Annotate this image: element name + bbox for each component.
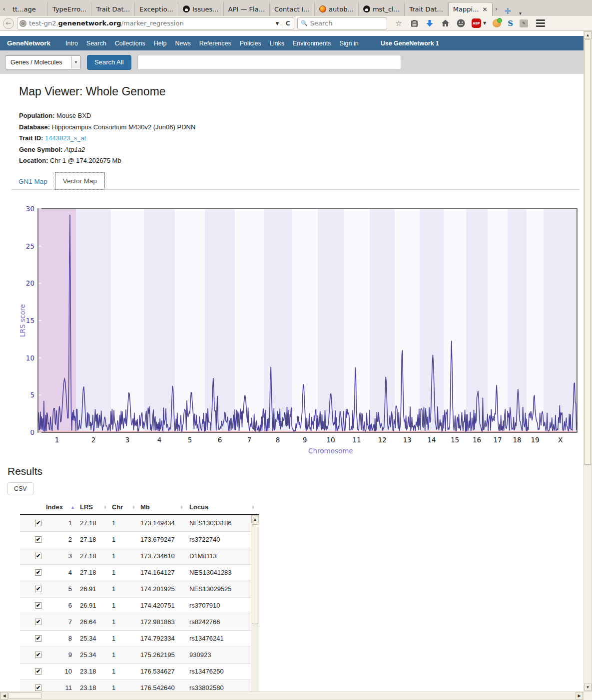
nav-item-links[interactable]: Links [270, 40, 284, 47]
table-scroll-thumb[interactable] [252, 524, 258, 624]
browser-tab-3[interactable]: Trait Dat... [91, 2, 135, 16]
menu-icon[interactable] [536, 19, 545, 27]
adblock-plus-icon[interactable]: ABP [472, 18, 481, 28]
row-checkbox[interactable]: ✔ [35, 520, 41, 526]
row-checkbox[interactable]: ✔ [35, 652, 41, 658]
nav-item-references[interactable]: References [199, 40, 231, 47]
nav-item-intro[interactable]: Intro [65, 40, 78, 47]
table-row[interactable]: ✔925.341175.262195930923 [20, 647, 259, 664]
row-checkbox[interactable]: ✔ [35, 635, 41, 642]
genome-scan-chart[interactable]: 0510152025301234567891011121314151617181… [20, 206, 584, 457]
info-value[interactable]: 1443823_s_at [45, 134, 86, 142]
browser-tab-2[interactable]: TypeErro... [48, 2, 91, 16]
table-row[interactable]: ✔825.341174.792334rs13476241 [20, 631, 259, 647]
sort-icon[interactable]: ▲▼ [180, 505, 183, 509]
browser-tab-9[interactable]: mst_cl... [359, 2, 405, 16]
sort-ascending-icon[interactable]: ▲ [70, 505, 75, 510]
search-category-select[interactable]: Genes / Molecules ▼ [5, 55, 81, 69]
table-row[interactable]: ✔1123.181176.542640rs33802580 [20, 680, 259, 692]
row-checkbox[interactable]: ✔ [35, 569, 41, 576]
nav-item-help[interactable]: Help [154, 40, 167, 47]
new-tab-button[interactable]: ✛ [501, 6, 515, 16]
nav-item-news[interactable]: News [175, 40, 191, 47]
sort-icon[interactable]: ▲▼ [251, 505, 255, 509]
nav-item-policies[interactable]: Policies [240, 40, 261, 47]
csv-export-button[interactable]: CSV [7, 482, 33, 495]
browser-search-field[interactable]: 🔍 Search [297, 17, 387, 29]
lrs-plot-svg[interactable]: 0510152025301234567891011121314151617181… [20, 206, 581, 455]
table-row[interactable]: ✔127.181173.149434NES13033186 [20, 515, 259, 532]
page-horizontal-scrollbar[interactable]: ◀ ▶ [0, 692, 584, 700]
column-header-index[interactable]: Index▲ [46, 503, 79, 511]
table-row[interactable]: ✔526.911174.201925NES13029525 [20, 581, 259, 598]
page-title: Map Viewer: Whole Genome [19, 85, 584, 98]
browser-tab-1[interactable]: tt...age [8, 2, 48, 16]
page-scroll-thumb[interactable] [585, 39, 591, 465]
tab-close-icon[interactable]: ✕ [482, 6, 487, 13]
nav-item-search[interactable]: Search [86, 40, 106, 47]
table-row[interactable]: ✔626.911174.420751rs3707910 [20, 598, 259, 614]
nav-item-sign-in[interactable]: Sign in [339, 40, 358, 47]
table-scroll-up-icon[interactable]: ▲ [251, 516, 259, 523]
bookmark-star-icon[interactable]: ☆ [394, 19, 403, 28]
use-genenetwork1-link[interactable]: Use GeneNetwork 1 [381, 40, 439, 47]
table-row[interactable]: ✔1023.181176.534627rs13476250 [20, 664, 259, 680]
browser-tab-6[interactable]: API — Fla... [224, 2, 270, 16]
browser-tab-5[interactable]: Issues... [178, 2, 224, 16]
table-row[interactable]: ✔427.181174.164127NES13041283 [20, 565, 259, 581]
table-scrollbar[interactable]: ▲ [251, 515, 259, 692]
table-row[interactable]: ✔726.641172.981863rs8242766 [20, 614, 259, 631]
nav-item-collections[interactable]: Collections [115, 40, 145, 47]
page-hscroll-thumb[interactable] [8, 693, 41, 699]
row-checkbox[interactable]: ✔ [35, 602, 41, 609]
browser-tab-7[interactable]: Contact I... [270, 2, 315, 16]
table-row[interactable]: ✔327.181173.734610D1Mit113 [20, 548, 259, 565]
row-checkbox[interactable]: ✔ [35, 668, 41, 675]
map-tab-vector-map[interactable]: Vector Map [55, 172, 105, 190]
nav-item-environments[interactable]: Environments [293, 40, 331, 47]
page-vertical-scrollbar[interactable]: ▲ ▼ [584, 31, 592, 692]
row-checkbox[interactable]: ✔ [35, 619, 41, 625]
browser-tab-11[interactable]: Mappi...✕ [448, 2, 493, 16]
download-icon[interactable] [425, 19, 434, 28]
note-editor-icon[interactable]: ✎ [520, 19, 528, 27]
browser-tab-8[interactable]: autob... [315, 2, 359, 16]
row-checkbox[interactable]: ✔ [35, 586, 41, 592]
adblock-caret-icon[interactable]: ▼ [483, 21, 486, 25]
addon-cookie-icon[interactable] [493, 19, 501, 27]
sort-icon[interactable]: ▲▼ [132, 505, 135, 509]
row-checkbox[interactable]: ✔ [35, 553, 41, 559]
map-tab-gn1-map[interactable]: GN1 Map [11, 173, 55, 190]
page-scroll-right-icon[interactable]: ▶ [576, 692, 583, 700]
skype-icon[interactable]: S [508, 19, 513, 28]
column-header-mb[interactable]: Mb▲▼ [139, 503, 187, 511]
column-header-locus[interactable]: Locus▲▼ [187, 503, 259, 511]
row-checkbox[interactable]: ✔ [35, 685, 41, 691]
table-row[interactable]: ✔227.181173.679247rs3722740 [20, 532, 259, 548]
page-scroll-up-icon[interactable]: ▲ [584, 31, 592, 39]
url-text[interactable]: test-gn2.genenetwork.org/marker_regressi… [29, 19, 271, 27]
select-dropdown-icon[interactable]: ▼ [71, 56, 80, 68]
tab-scroll-right-icon[interactable]: › [493, 1, 501, 16]
tab-list-dropdown-icon[interactable]: ▾ [515, 10, 526, 16]
feedback-smiley-icon[interactable] [456, 19, 465, 28]
page-scroll-down-icon[interactable]: ▼ [584, 684, 592, 691]
brand-genenetwork[interactable]: GeneNetwork [7, 39, 50, 47]
reload-icon[interactable]: C [284, 19, 292, 27]
page-scroll-left-icon[interactable]: ◀ [0, 692, 8, 700]
bookmarks-clipboard-icon[interactable] [410, 19, 419, 28]
quick-search-input[interactable] [137, 55, 401, 70]
row-checkbox[interactable]: ✔ [35, 536, 41, 543]
column-header-lrs[interactable]: LRS▲▼ [79, 503, 111, 511]
browser-tab-4[interactable]: Exceptio... [135, 2, 178, 16]
home-icon[interactable] [441, 19, 450, 28]
back-button[interactable]: ← [3, 18, 14, 29]
browser-tab-10[interactable]: Trait Dat... [405, 2, 448, 16]
url-bar[interactable]: test-gn2.genenetwork.org/marker_regressi… [17, 17, 294, 29]
sort-icon[interactable]: ▲▼ [103, 505, 107, 509]
search-all-button[interactable]: Search All [87, 55, 131, 70]
column-header-chr[interactable]: Chr▲▼ [111, 503, 139, 511]
tab-scroll-left-icon[interactable]: ‹ [0, 1, 8, 16]
url-dropdown-icon[interactable]: ▼ [274, 21, 282, 26]
site-identity-globe-icon[interactable] [19, 20, 26, 27]
